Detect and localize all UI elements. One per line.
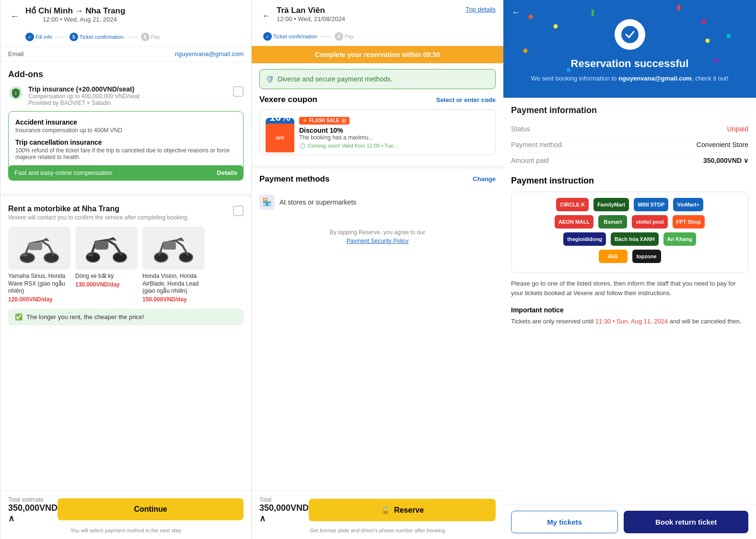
coupon-select-link[interactable]: Select or enter code [436, 96, 496, 103]
bike-header: Rent a motorbike at Nha Trang Vexere wil… [8, 205, 244, 221]
accident-desc: Insurance compensation up to 400M VND [15, 127, 236, 134]
trip-insurance-item: i Trip insurance (+20.000VND/seat) Compe… [8, 85, 244, 106]
my-tickets-button[interactable]: My tickets [511, 511, 618, 533]
step-ticket-confirmation: 5 Ticket confirmation [70, 33, 124, 41]
panel2-total-label: Total [259, 496, 309, 503]
step-pay: 6 Pay [141, 33, 160, 41]
panel1-back-button[interactable]: ← [8, 10, 22, 23]
coupon-header: Vexere coupon Select or enter code [259, 95, 496, 104]
step2-pay-number: 6 [335, 32, 343, 41]
store-row-2: AEON MALL Bsmart viettel post FPT Shop [517, 215, 742, 229]
pi-method-value: Convenient Store [697, 141, 748, 149]
store-bichxanh: Bách hóa XANH [611, 232, 659, 246]
trip-insurance-checkbox[interactable] [233, 86, 244, 97]
flash-sale-badge: ⚡ FLASH SALE i [299, 117, 349, 125]
success-title: Reservation successful [513, 57, 746, 70]
panel1-total-amount: 350,000VND ∧ [8, 503, 58, 524]
off-text: OFF [266, 124, 294, 152]
payment-option-text: At stores or supermarkets [279, 198, 356, 206]
longer-rent-text: The longer you rent, the cheaper the pri… [26, 313, 144, 321]
store-topzone: topzone [632, 250, 661, 263]
step-ticket-label: Ticket confirmation [80, 34, 124, 40]
store-row-1: CIRCLE K FamilyMart MINI STOP VinMart+ [517, 198, 742, 211]
pi-status-value: Unpaid [727, 125, 748, 133]
notice-prefix: Tickets are only reserved until [511, 318, 595, 325]
store-circle-k: CIRCLE K [556, 198, 589, 211]
panel2-steps: ✓ Ticket confirmation —— 6 Pay [259, 28, 496, 46]
instruction-text: Please go to one of the listed stores, t… [511, 279, 748, 303]
step-fill-info-label: Fill info [35, 34, 52, 40]
flash-sale-text: FLASH SALE [309, 118, 339, 123]
panel-1: ← Hồ Chí Minh → Nha Trang 12:00 • Wed, A… [0, 0, 252, 539]
panel2-back-button[interactable]: ← [259, 10, 273, 23]
panel1-bottom-bar: Total estimate 350,000VND ∧ Continue You… [0, 490, 251, 539]
trip-details-link[interactable]: Trip details [465, 6, 496, 13]
coupon-content: ⚡ FLASH SALE i Discount 10% The booking … [299, 115, 399, 149]
svg-point-2 [20, 253, 35, 263]
payment-methods-section: Payment methods Change 🏪 At stores or su… [252, 165, 503, 220]
svg-text:i: i [15, 91, 17, 96]
email-label: Email [8, 50, 24, 57]
store-icon: 🏪 [259, 195, 275, 210]
panel2-header: ← Trà Lan Viên 12:00 • Wed, 21/08/2024 T… [252, 0, 503, 46]
svg-point-8 [154, 252, 168, 262]
reserve-label: Reserve [394, 506, 424, 515]
panel2-scroll: Complete your reservation within 09:50 🛡… [252, 46, 503, 523]
insurance-details-link[interactable]: Details [217, 169, 237, 176]
panel3-back-button[interactable]: ← [509, 6, 523, 19]
continue-button[interactable]: Continue [58, 498, 244, 520]
bike-checkbox[interactable] [233, 206, 244, 216]
info-icon: i [341, 118, 347, 124]
panel2-total-row: Total 350,000VND ∧ 🔒 Reserve [259, 496, 496, 524]
payment-methods-header: Payment methods Change [259, 169, 496, 190]
cancellation-title: Trip cancellation insurance [15, 138, 236, 146]
pi-status-row: Status Unpaid [511, 121, 748, 137]
store-familymart: FamilyMart [593, 198, 629, 211]
step-pay-number: 6 [141, 33, 150, 41]
svg-rect-7 [95, 241, 108, 250]
check-circle [615, 19, 645, 50]
clock-icon: 🕐 [299, 143, 306, 149]
bike-section: Rent a motorbike at Nha Trang Vexere wil… [0, 193, 251, 333]
coupon-valid: 🕐 Coming soon! Valid from 12:00 • Tue,..… [299, 143, 399, 149]
panel1-datetime: 12:00 • Wed, Aug 21, 2024 [43, 16, 125, 23]
step2-pay: 6 Pay [335, 32, 354, 41]
insurance-footer-text: Fast and easy online compensation [14, 169, 113, 176]
email-row: Email nguyenvana@gmail.com [0, 46, 251, 62]
secure-payment-text: Diverse and secure payment methods. [278, 75, 393, 83]
trip-insurance-provider: Provided by BAOVIET × Saladin [28, 100, 140, 106]
terms-prefix: By tapping Reserve, you agree to our [330, 229, 425, 236]
store-ava: AVA [599, 250, 628, 263]
panel2-datetime: 12:00 • Wed, 21/08/2024 [277, 15, 345, 23]
coupon-section: Vexere coupon Select or enter code 10% O… [252, 95, 503, 161]
coupon-card[interactable]: 10% OFF ⚡ FLASH SALE i Discount 10% The … [259, 109, 496, 155]
lock-icon: 🔒 [381, 505, 390, 515]
step2-check: ✓ [263, 32, 272, 41]
step2-label: Ticket confirmation [273, 34, 317, 39]
pi-title: Payment information [511, 105, 748, 115]
chevron-up-icon2: ∧ [259, 514, 266, 523]
reserve-button[interactable]: 🔒 Reserve [309, 499, 496, 521]
terms-link[interactable]: Payment Security Policy [347, 238, 408, 244]
svg-point-5 [86, 252, 100, 262]
discount-title: Discount 10% [299, 126, 399, 134]
flash-icon: ⚡ [302, 118, 308, 123]
chevron-up-icon: ∧ [8, 514, 14, 523]
panel1-total-note: You will select payment method in the ne… [8, 528, 244, 533]
panel1-total-label: Total estimate [8, 496, 58, 503]
payment-info-section: Payment information Status Unpaid Paymen… [503, 98, 756, 176]
email-value: nguyenvana@gmail.com [175, 50, 244, 57]
bike-img-0 [8, 227, 70, 270]
svg-rect-4 [29, 242, 42, 250]
panel2-total-amount: 350,000VND ∧ [259, 503, 309, 524]
book-return-button[interactable]: Book return ticket [624, 511, 748, 533]
change-payment-link[interactable]: Change [473, 175, 496, 183]
check-icon: ✅ [15, 313, 23, 321]
store-row-4: AVA topzone [517, 250, 742, 263]
longer-rent-msg: ✅ The longer you rent, the cheaper the p… [8, 309, 244, 325]
panel-3: ← Reservation successful We sent booking… [503, 0, 756, 539]
store-vinmart: VinMart+ [673, 198, 703, 211]
notice-suffix: and will be canceled then. [668, 318, 741, 325]
panel1-scroll: Email nguyenvana@gmail.com Add-ons i Tri… [0, 46, 251, 523]
bike-title: Rent a motorbike at Nha Trang [8, 205, 189, 213]
